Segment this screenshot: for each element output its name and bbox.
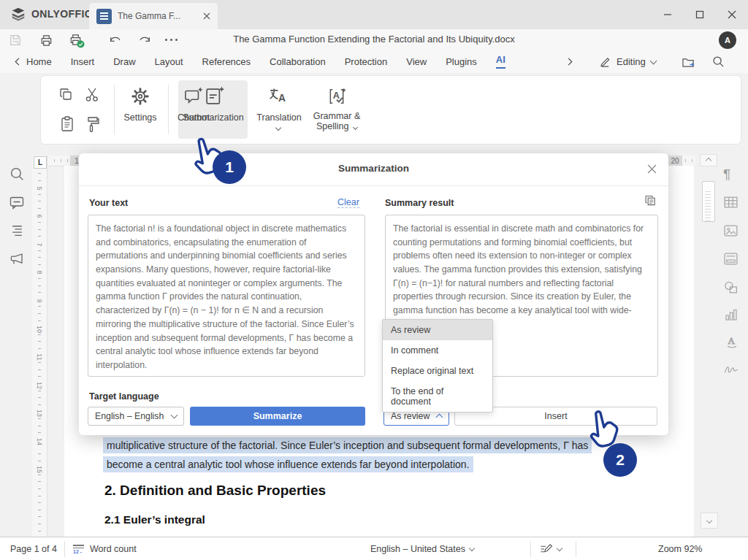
image-settings-icon[interactable] (723, 224, 739, 237)
settings-gear-icon[interactable] (130, 86, 150, 107)
shape-settings-icon[interactable] (723, 280, 739, 294)
scroll-up-button[interactable] (700, 154, 717, 166)
step-1-badge: 1 (213, 150, 246, 184)
tab-view[interactable]: View (406, 56, 427, 67)
document-tab-icon (96, 9, 112, 24)
settings-button[interactable]: Settings (118, 112, 162, 123)
paste-icon[interactable] (60, 115, 75, 133)
feedback-icon[interactable] (8, 251, 26, 267)
window-close-button[interactable] (716, 0, 748, 29)
document-tab[interactable]: The Gamma F... (89, 3, 218, 29)
word-count-button[interactable]: 12 - Word count (73, 537, 137, 560)
scroll-down-button[interactable] (701, 513, 718, 529)
selected-text-line2[interactable]: become a central analytic tool whose inf… (103, 456, 473, 472)
tab-plugins[interactable]: Plugins (446, 56, 477, 67)
save-icon[interactable] (9, 34, 22, 47)
menu-item-replace-original-text[interactable]: Replace original text (383, 361, 492, 381)
ruler-number: 12 (36, 380, 43, 391)
undo-icon[interactable] (108, 34, 123, 47)
ruler-number: 7 (36, 239, 43, 250)
tab-protection[interactable]: Protection (345, 56, 388, 67)
insert-mode-value: As review (391, 411, 430, 421)
document-heading[interactable]: 2. Definition and Basic Properties (104, 483, 326, 499)
chart-settings-icon[interactable] (724, 308, 739, 321)
text-art-settings-icon[interactable]: A (725, 334, 739, 349)
editing-label: Editing (617, 56, 646, 67)
tab-collaboration[interactable]: Collaboration (270, 56, 326, 67)
your-text-label: Your text (89, 198, 128, 208)
quick-print-check-icon (77, 40, 85, 48)
status-bar: Page 1 of 4 12 - Word count English – Un… (0, 537, 748, 560)
ruler-number: 14 (36, 437, 43, 447)
document-title: The Gamma Function Extending the Factori… (191, 34, 557, 45)
ruler-number: 11 (36, 352, 43, 362)
dialog-close-icon[interactable] (647, 164, 657, 174)
svg-text:A: A (333, 91, 340, 101)
document-language-dropdown[interactable]: English – United States (370, 537, 474, 560)
quick-print-icon[interactable] (69, 33, 83, 47)
grammar-spelling-icon[interactable]: A (326, 85, 348, 107)
tab-ai[interactable]: AI (496, 54, 505, 69)
open-file-location-icon[interactable] (682, 56, 695, 69)
toolbar-divider (168, 85, 169, 134)
copy-icon[interactable] (58, 87, 75, 103)
summarization-icon[interactable] (202, 85, 226, 108)
translation-icon[interactable]: A (267, 85, 289, 107)
signature-settings-icon[interactable] (723, 363, 739, 375)
copy-summary-icon[interactable] (644, 194, 657, 207)
vertical-ruler[interactable]: 5 6 7 8 9 10 11 12 13 14 15 (32, 156, 47, 537)
track-changes-icon (539, 542, 553, 556)
redo-icon[interactable] (137, 34, 152, 47)
table-settings-icon[interactable] (723, 196, 739, 209)
chatbot-icon[interactable] (183, 85, 205, 107)
more-actions-icon[interactable] (165, 39, 178, 41)
print-icon[interactable] (39, 34, 53, 47)
scrollbar-thumb[interactable] (702, 181, 715, 222)
tab-insert[interactable]: Insert (71, 56, 95, 67)
word-count-badge: 12 (73, 549, 79, 554)
format-painter-icon[interactable] (85, 115, 101, 134)
comments-icon[interactable] (9, 195, 25, 210)
page-indicator[interactable]: Page 1 of 4 (10, 537, 57, 560)
navigation-headings-icon[interactable] (9, 223, 25, 237)
summary-result-label: Summary result (385, 198, 454, 208)
avatar[interactable]: A (719, 31, 736, 49)
window-maximize-button[interactable] (684, 0, 716, 29)
editing-mode-dropdown[interactable]: Editing (599, 55, 656, 68)
track-changes-dropdown[interactable] (539, 537, 562, 560)
ruler-number: 10 (36, 324, 43, 334)
ruler-number: 6 (36, 211, 43, 221)
selected-text-line1[interactable]: multiplicative structure of the factoria… (103, 437, 592, 453)
statusbar-divider (576, 541, 576, 557)
menu-item-to-end-of-document[interactable]: To the end of document (383, 381, 492, 412)
svg-text:A: A (278, 92, 286, 104)
search-icon[interactable] (712, 55, 725, 68)
menu-item-as-review[interactable]: As review (383, 320, 492, 340)
tab-draw[interactable]: Draw (113, 56, 135, 67)
zoom-level[interactable]: Zoom 92% (658, 537, 702, 560)
find-icon[interactable] (9, 166, 25, 182)
ruler-number: 8 (36, 267, 43, 277)
tab-references[interactable]: References (202, 56, 251, 67)
tab-home[interactable]: Home (26, 56, 52, 67)
summarize-button[interactable]: Summarize (190, 407, 365, 426)
your-text-input[interactable]: The factorial n! is a foundational objec… (88, 215, 365, 377)
clear-link[interactable]: Clear (337, 197, 359, 208)
tab-stop-selector[interactable]: L (34, 156, 47, 169)
header-footer-settings-icon[interactable] (723, 252, 739, 266)
translation-button[interactable]: Translation (249, 112, 309, 123)
target-language-dropdown[interactable]: English – English (88, 407, 184, 426)
ai-toolbar-panel: Settings Chatbot Summarization A Transla… (40, 75, 741, 145)
document-subheading[interactable]: 2.1 Euler’s integral (104, 513, 205, 526)
word-count-label: Word count (90, 544, 137, 554)
grammar-label-line1: Grammar & (313, 111, 361, 121)
tab-close-icon[interactable] (203, 12, 210, 20)
grammar-spelling-button[interactable]: Grammar & Spelling (304, 111, 370, 131)
settings-gear-icon[interactable] (90, 86, 110, 107)
target-language-label: Target language (89, 391, 159, 402)
menu-item-in-comment[interactable]: In comment (383, 340, 492, 361)
paragraph-settings-icon[interactable]: ¶ (723, 166, 730, 183)
tab-layout[interactable]: Layout (155, 56, 183, 67)
window-minimize-button[interactable] (652, 0, 684, 29)
summarization-button[interactable]: Summarization (177, 112, 250, 123)
